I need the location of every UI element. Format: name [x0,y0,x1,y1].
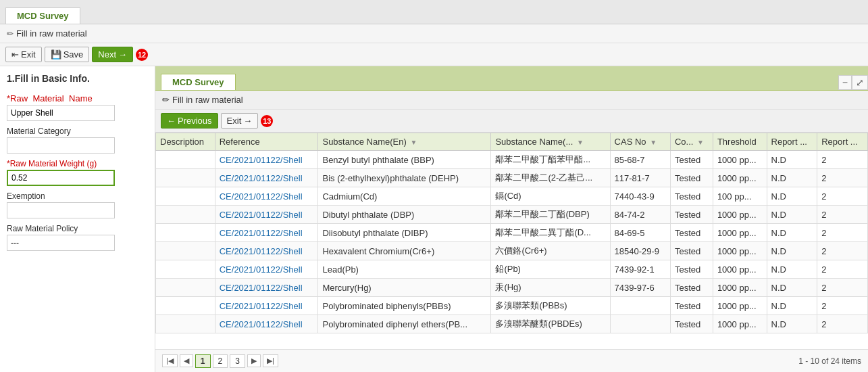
cell-description [156,224,215,242]
exit-button[interactable]: ⇤ Exit [5,47,42,62]
col-co[interactable]: Co... ▼ [670,133,713,151]
cell-substanceNameCn: 六價鉻(Cr6+) [491,242,610,260]
cell-co: Tested [670,279,713,297]
cell-substanceNameCn: 鄰苯二甲酸二(2-乙基己... [491,169,610,187]
cell-threshold: 1000 pp... [713,279,767,297]
raw-material-name-input[interactable] [7,105,115,121]
link-reference[interactable]: CE/2021/01122/Shell [220,283,303,293]
inner-toolbar: ← Previous Exit → 13 [155,110,868,133]
cell-threshold: 1000 pp... [713,169,767,187]
cell-report1: N.D [767,169,817,187]
cell-substanceNameEn: Benzyl butyl phthalate (BBP) [318,151,491,169]
page-next-button[interactable]: ▶ [247,354,261,367]
next-button[interactable]: Next → [92,47,133,62]
page-last-button[interactable]: ▶| [263,354,278,367]
cell-reference[interactable]: CE/2021/01122/Shell [215,297,318,315]
exemption-group: Exemption [7,191,148,218]
link-reference[interactable]: CE/2021/01122/Shell [220,173,303,183]
section-title: 1.Fill in Basic Info. [7,73,148,84]
table-row: CE/2021/01122/ShellCadmium(Cd)鎘(Cd)7440-… [156,187,868,206]
cell-casNo: 7439-92-1 [610,260,670,279]
cell-report1: N.D [767,206,817,224]
inner-toolbar-left: ← Previous Exit → 13 [161,113,273,129]
edit-icon: ✏ [7,29,14,39]
cell-casNo: 7439-97-6 [610,279,670,297]
cell-reference[interactable]: CE/2021/01122/Shell [215,206,318,224]
cell-reference[interactable]: CE/2021/01122/Shell [215,279,318,297]
top-tab-mcd-survey[interactable]: MCD Survey [5,7,80,24]
cell-report2: 2 [817,242,868,260]
page-prev-button[interactable]: ◀ [180,354,193,367]
cell-reference[interactable]: CE/2021/01122/Shell [215,315,318,333]
link-reference[interactable]: CE/2021/01122/Shell [220,228,303,238]
cell-co: Tested [670,297,713,315]
cell-report1: N.D [767,242,817,260]
cell-substanceNameCn: 鎘(Cd) [491,187,610,206]
cell-report1: N.D [767,315,817,333]
table-row: CE/2021/01122/ShellPolybrominated diphen… [156,315,868,333]
maximize-button[interactable]: ⤢ [852,75,868,90]
cell-casNo: 84-74-2 [610,206,670,224]
cell-report2: 2 [817,206,868,224]
link-reference[interactable]: CE/2021/01122/Shell [220,264,303,275]
col-substance-name-cn[interactable]: Substance Name(... ▼ [491,133,610,151]
right-panel: MCD Survey − ⤢ ✏ Fill in raw material ← … [155,66,868,372]
link-reference[interactable]: CE/2021/01122/Shell [220,246,303,256]
cell-report1: N.D [767,187,817,206]
cell-reference[interactable]: CE/2021/01122/Shell [215,224,318,242]
page-3-button[interactable]: 3 [230,354,245,368]
left-panel: 1.Fill in Basic Info. *Raw Material Name… [0,66,155,372]
table-body: CE/2021/01122/ShellBenzyl butyl phthalat… [156,151,868,333]
cell-reference[interactable]: CE/2021/01122/Shell [215,169,318,187]
cell-co: Tested [670,224,713,242]
top-tab-row: MCD Survey [0,0,868,24]
cell-reference[interactable]: CE/2021/01122/Shell [215,260,318,279]
cell-report2: 2 [817,260,868,279]
raw-material-policy-group: Raw Material Policy [7,224,148,251]
cell-substanceNameCn: 鉛(Pb) [491,260,610,279]
page-2-button[interactable]: 2 [213,354,228,368]
col-reference: Reference [215,133,318,151]
cell-reference[interactable]: CE/2021/01122/Shell [215,242,318,260]
page-1-button[interactable]: 1 [195,354,211,368]
cell-substanceNameEn: Hexavalent Chromium(Cr6+) [318,242,491,260]
link-reference[interactable]: CE/2021/01122/Shell [220,301,303,311]
cell-description [156,151,215,169]
link-reference[interactable]: CE/2021/01122/Shell [220,319,303,329]
table-row: CE/2021/01122/ShellPolybrominated biphen… [156,297,868,315]
col-threshold: Threshold [713,133,767,151]
link-reference[interactable]: CE/2021/01122/Shell [220,191,303,202]
raw-material-name-group: *Raw Material Name [7,93,148,121]
raw-material-weight-input[interactable] [7,170,115,186]
cell-substanceNameEn: Dibutyl phthalate (DBP) [318,206,491,224]
raw-material-policy-input[interactable] [7,235,115,251]
exit-badge: 13 [261,115,273,127]
minimize-button[interactable]: − [838,75,852,90]
page-first-button[interactable]: |◀ [162,354,178,367]
table-row: CE/2021/01122/ShellHexavalent Chromium(C… [156,242,868,260]
inner-tab-mcd-survey[interactable]: MCD Survey [161,74,236,90]
material-category-input[interactable] [7,137,115,154]
cell-substanceNameEn: Bis (2-ethylhexyl)phthalate (DEHP) [318,169,491,187]
cell-reference[interactable]: CE/2021/01122/Shell [215,187,318,206]
table-row: CE/2021/01122/ShellDibutyl phthalate (DB… [156,206,868,224]
cell-reference[interactable]: CE/2021/01122/Shell [215,151,318,169]
cell-report2: 2 [817,297,868,315]
cell-co: Tested [670,187,713,206]
cell-casNo: 117-81-7 [610,169,670,187]
raw-material-policy-label: Raw Material Policy [7,224,148,233]
cell-threshold: 1000 pp... [713,260,767,279]
prev-arrow-icon: ← [167,116,176,126]
main-content: 1.Fill in Basic Info. *Raw Material Name… [0,66,868,372]
exemption-input[interactable] [7,202,115,218]
link-reference[interactable]: CE/2021/01122/Shell [220,155,303,165]
col-cas-no[interactable]: CAS No ▼ [610,133,670,151]
cell-substanceNameEn: Cadmium(Cd) [318,187,491,206]
previous-button[interactable]: ← Previous [161,113,218,129]
save-button[interactable]: 💾 Save [45,47,90,62]
next-arrow-icon: → [118,49,127,60]
link-reference[interactable]: CE/2021/01122/Shell [220,210,303,220]
inner-exit-button[interactable]: Exit → [221,113,259,129]
col-substance-name-en[interactable]: Substance Name(En) ▼ [318,133,491,151]
next-label: Next [98,49,116,60]
